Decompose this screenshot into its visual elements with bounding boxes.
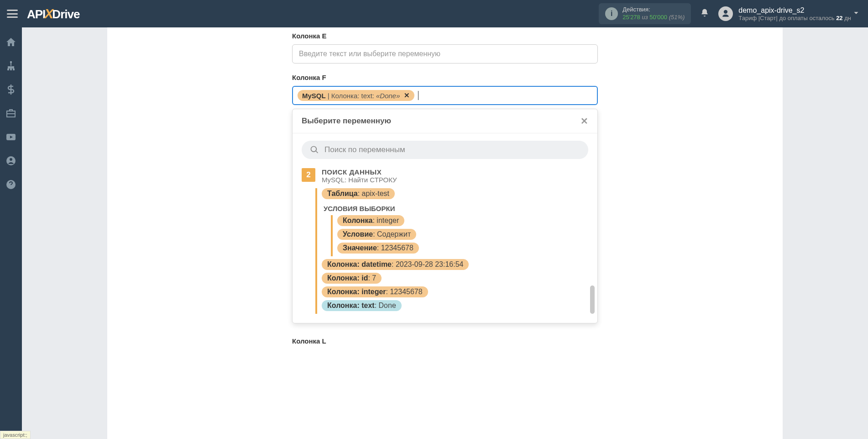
- step-badge: 2: [302, 168, 315, 182]
- section-subtitle: MySQL: Найти СТРОКУ: [322, 176, 588, 184]
- var-cond-value[interactable]: Значение: 12345678: [337, 243, 419, 254]
- youtube-icon[interactable]: [5, 132, 16, 143]
- svg-rect-0: [10, 61, 12, 63]
- actions-counter[interactable]: i Действия: 25'278 из 50'000 (51%): [599, 3, 691, 24]
- user-menu[interactable]: demo_apix-drive_s2 Тариф |Старт| до опла…: [738, 6, 851, 22]
- sidebar: [0, 27, 22, 439]
- var-datetime[interactable]: Колонка: datetime: 2023-09-28 23:16:54: [322, 259, 469, 270]
- field-f-input[interactable]: MySQL | Колонка: text: «Done» ✕: [292, 86, 598, 105]
- connections-icon[interactable]: [5, 60, 16, 71]
- dropdown-title: Выберите переменную: [302, 116, 391, 126]
- svg-rect-1: [7, 69, 9, 70]
- header: APIXDrive i Действия: 25'278 из 50'000 (…: [0, 0, 868, 27]
- briefcase-icon[interactable]: [5, 108, 16, 119]
- scrollbar[interactable]: [590, 286, 595, 314]
- section-title: ПОИСК ДАННЫХ: [322, 168, 588, 176]
- field-e-label: Колонка E: [292, 32, 598, 40]
- menu-toggle[interactable]: [7, 10, 18, 18]
- logo[interactable]: APIXDrive: [27, 6, 79, 21]
- help-icon[interactable]: [5, 179, 16, 190]
- status-bar: javascript:;: [0, 431, 31, 439]
- field-f-label: Колонка F: [292, 74, 598, 81]
- chip-remove-icon[interactable]: ✕: [404, 91, 410, 100]
- var-id[interactable]: Колонка: id: 7: [322, 273, 382, 284]
- variable-dropdown: Выберите переменную ✕ 2 ПОИСК ДАННЫХ: [292, 109, 598, 323]
- svg-rect-3: [13, 69, 15, 70]
- field-l-label: Колонка L: [292, 337, 598, 345]
- svg-rect-2: [10, 69, 12, 70]
- svg-point-6: [10, 158, 12, 161]
- home-icon[interactable]: [5, 37, 16, 48]
- var-table[interactable]: Таблица: apix-test: [322, 188, 395, 199]
- variable-chip[interactable]: MySQL | Колонка: text: «Done» ✕: [298, 90, 414, 101]
- billing-icon[interactable]: [5, 84, 16, 95]
- conditions-title: УСЛОВИЯ ВЫБОРКИ: [324, 205, 588, 212]
- var-integer[interactable]: Колонка: integer: 12345678: [322, 286, 428, 297]
- chevron-down-icon[interactable]: [851, 8, 861, 20]
- var-text[interactable]: Колонка: text: Done: [322, 300, 402, 311]
- form-content: Колонка E Колонка F MySQL | Колонка: tex…: [292, 27, 598, 345]
- var-cond-column[interactable]: Колонка: integer: [337, 215, 404, 226]
- field-e-input[interactable]: [292, 44, 598, 63]
- variable-search[interactable]: [302, 141, 588, 159]
- var-cond-op[interactable]: Условие: Содержит: [337, 229, 416, 240]
- profile-icon[interactable]: [5, 155, 16, 166]
- notifications-icon[interactable]: [700, 8, 709, 20]
- search-input[interactable]: [324, 145, 580, 154]
- search-icon: [310, 145, 319, 154]
- close-icon[interactable]: ✕: [580, 116, 588, 127]
- info-icon: i: [605, 7, 618, 20]
- avatar[interactable]: [718, 6, 733, 21]
